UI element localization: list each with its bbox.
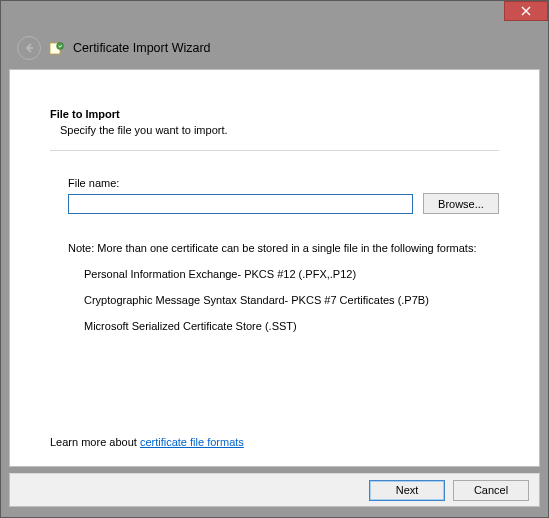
cancel-button[interactable]: Cancel — [453, 480, 529, 501]
browse-button[interactable]: Browse... — [423, 193, 499, 214]
close-button[interactable] — [504, 1, 548, 21]
footer: Next Cancel — [9, 473, 540, 507]
divider — [50, 150, 499, 151]
note-text: Note: More than one certificate can be s… — [50, 242, 499, 254]
learn-more-prefix: Learn more about — [50, 436, 140, 448]
file-row: Browse... — [50, 193, 499, 214]
certificate-wizard-icon — [49, 40, 65, 56]
titlebar — [1, 1, 548, 27]
close-icon — [521, 6, 531, 16]
header: Certificate Import Wizard — [1, 27, 548, 69]
page-heading: File to Import — [50, 108, 499, 120]
page-subtext: Specify the file you want to import. — [50, 124, 499, 136]
content-area: File to Import Specify the file you want… — [9, 69, 540, 467]
window-title: Certificate Import Wizard — [73, 41, 211, 55]
file-name-label: File name: — [50, 177, 499, 189]
format-pkcs12: Personal Information Exchange- PKCS #12 … — [50, 268, 499, 280]
learn-more: Learn more about certificate file format… — [50, 436, 244, 448]
format-pkcs7: Cryptographic Message Syntax Standard- P… — [50, 294, 499, 306]
learn-more-link[interactable]: certificate file formats — [140, 436, 244, 448]
wizard-window: Certificate Import Wizard File to Import… — [0, 0, 549, 518]
back-arrow-icon — [22, 41, 36, 55]
format-sst: Microsoft Serialized Certificate Store (… — [50, 320, 499, 332]
back-button — [17, 36, 41, 60]
file-name-input[interactable] — [68, 194, 413, 214]
svg-point-1 — [57, 43, 64, 50]
next-button[interactable]: Next — [369, 480, 445, 501]
